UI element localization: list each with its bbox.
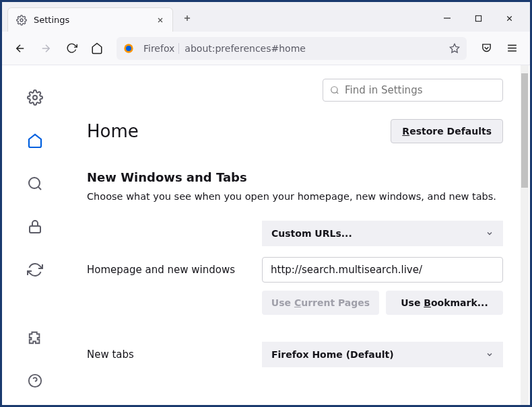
section-description: Choose what you see when you open your h… <box>87 191 503 202</box>
search-icon <box>330 85 339 95</box>
window-controls <box>432 7 525 29</box>
use-current-pages-button: Use Current Pages <box>262 291 379 315</box>
new-tab-button[interactable] <box>178 9 196 27</box>
sidebar-item-help[interactable] <box>22 367 48 394</box>
homepage-label: Homepage and new windows <box>87 264 262 276</box>
pocket-button[interactable] <box>475 37 498 60</box>
homepage-mode-dropdown[interactable]: Custom URLs... <box>262 221 503 246</box>
chevron-down-icon <box>486 229 494 237</box>
firefox-icon <box>123 43 134 54</box>
svg-rect-7 <box>30 226 40 233</box>
settings-main: Home Restore Defaults New Windows and Ta… <box>68 65 530 405</box>
svg-point-9 <box>331 87 337 93</box>
tab-bar: Settings <box>2 2 530 32</box>
browser-tab[interactable]: Settings <box>7 7 173 32</box>
reload-button[interactable] <box>60 37 83 60</box>
scrollbar-thumb[interactable] <box>521 73 528 188</box>
tab-title: Settings <box>34 15 149 25</box>
sidebar-item-search[interactable] <box>22 170 48 197</box>
bookmark-star-icon[interactable] <box>449 43 460 54</box>
search-settings-input[interactable] <box>345 84 496 96</box>
scrollbar[interactable] <box>521 65 529 405</box>
url-address: about:preferences#home <box>185 43 444 54</box>
sidebar-item-privacy[interactable] <box>22 213 48 240</box>
dropdown-label: Custom URLs... <box>271 228 352 239</box>
back-button[interactable] <box>9 37 32 60</box>
restore-defaults-button[interactable]: Restore Defaults <box>391 119 503 143</box>
toolbar: Firefox about:preferences#home <box>2 32 530 65</box>
svg-point-5 <box>33 96 37 100</box>
section-heading: New Windows and Tabs <box>87 170 503 184</box>
use-bookmark-button[interactable]: Use Bookmark... <box>386 291 503 315</box>
newtabs-dropdown[interactable]: Firefox Home (Default) <box>262 342 503 367</box>
forward-button <box>34 37 57 60</box>
content-area: Home Restore Defaults New Windows and Ta… <box>2 65 530 405</box>
close-window-button[interactable] <box>494 7 525 29</box>
dropdown-label: Firefox Home (Default) <box>271 349 394 360</box>
sidebar-item-home[interactable] <box>22 127 48 154</box>
close-icon[interactable] <box>156 16 164 24</box>
sidebar-item-extensions[interactable] <box>22 324 48 351</box>
sidebar-item-sync[interactable] <box>22 256 48 283</box>
minimize-button[interactable] <box>432 7 463 29</box>
svg-point-6 <box>29 178 40 188</box>
page-title: Home <box>87 121 391 141</box>
newtabs-label: New tabs <box>87 348 262 361</box>
svg-marker-4 <box>450 44 459 52</box>
homepage-url-input[interactable] <box>262 257 503 283</box>
svg-rect-1 <box>475 15 481 21</box>
chevron-down-icon <box>486 350 494 359</box>
maximize-button[interactable] <box>463 7 494 29</box>
gear-icon <box>16 15 27 26</box>
url-bar[interactable]: Firefox about:preferences#home <box>117 37 467 60</box>
sidebar-item-general[interactable] <box>22 84 48 111</box>
url-label: Firefox <box>139 43 179 54</box>
home-button[interactable] <box>86 37 108 60</box>
search-settings-box[interactable] <box>323 79 503 102</box>
svg-point-3 <box>126 46 131 51</box>
menu-button[interactable] <box>500 37 523 60</box>
settings-sidebar <box>2 65 68 405</box>
svg-point-0 <box>20 19 23 22</box>
